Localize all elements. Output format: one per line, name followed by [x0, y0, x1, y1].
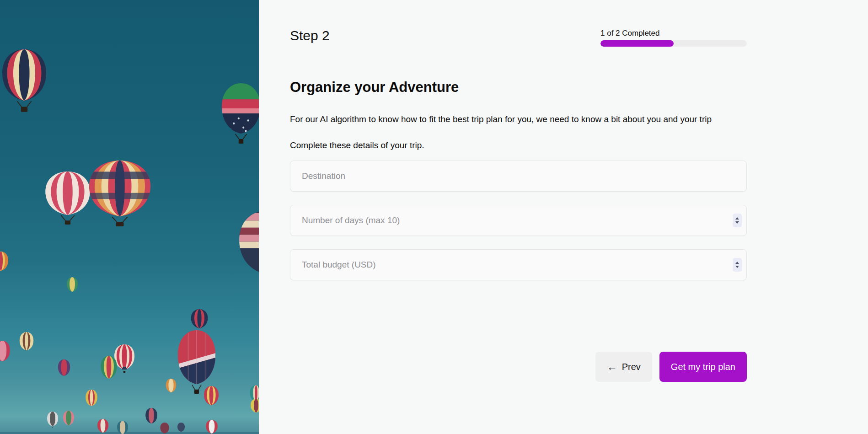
progress-label: 1 of 2 Completed [600, 29, 747, 38]
spinner-down-icon[interactable] [735, 266, 739, 268]
step-title: Step 2 [290, 27, 330, 44]
destination-field-wrap [290, 161, 747, 192]
spinner-up-icon[interactable] [735, 217, 739, 220]
instruction-text: Complete these details of your trip. [290, 140, 747, 150]
step-header: Step 2 1 of 2 Completed [290, 0, 747, 47]
form-actions: ← Prev Get my trip plan [290, 352, 747, 382]
spinner-up-icon[interactable] [735, 262, 739, 264]
submit-button[interactable]: Get my trip plan [659, 352, 747, 382]
progress-section: 1 of 2 Completed [600, 27, 747, 47]
destination-input[interactable] [290, 161, 747, 192]
spinner-down-icon[interactable] [735, 221, 739, 224]
prev-button-label: Prev [622, 362, 641, 372]
progress-bar [600, 40, 747, 47]
days-input[interactable] [290, 205, 747, 236]
left-arrow-icon: ← [607, 362, 617, 372]
prev-button[interactable]: ← Prev [595, 352, 652, 382]
submit-button-label: Get my trip plan [671, 362, 735, 372]
trip-form [290, 161, 747, 280]
hero-image-balloons [0, 0, 259, 434]
progress-fill [600, 40, 674, 47]
budget-number-spinner[interactable] [733, 258, 742, 272]
days-field-wrap [290, 205, 747, 236]
budget-input[interactable] [290, 249, 747, 280]
form-panel: Step 2 1 of 2 Completed Organize your Ad… [259, 0, 868, 434]
budget-field-wrap [290, 249, 747, 280]
days-number-spinner[interactable] [733, 214, 742, 227]
description-text: For our AI algorithm to know how to fit … [290, 114, 747, 124]
page-title: Organize your Adventure [290, 79, 747, 96]
